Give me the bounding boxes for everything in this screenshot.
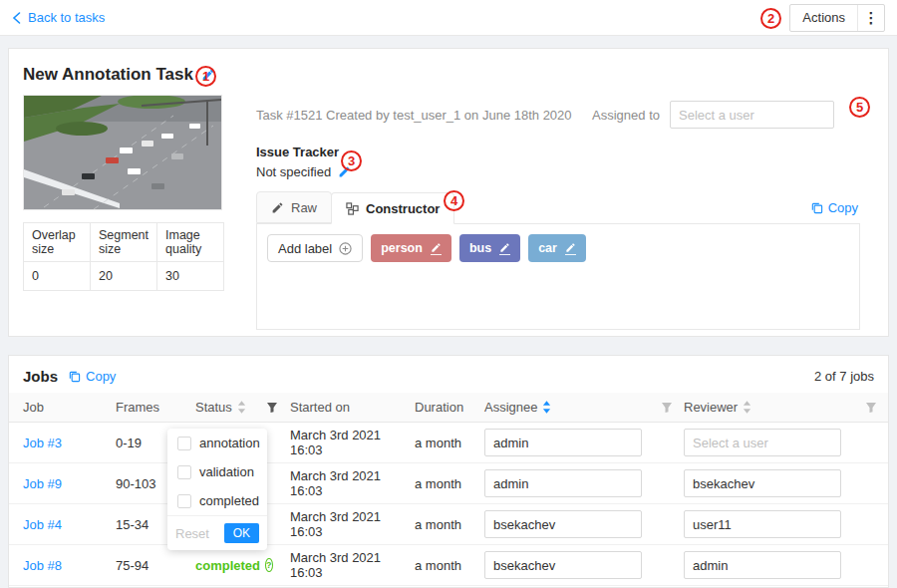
- edit-label-icon[interactable]: [431, 242, 442, 255]
- duration-cell: a month: [415, 476, 484, 491]
- frames-cell: 75-94: [116, 558, 195, 573]
- table-row: Job #3 0-19 March 3rd 2021 16:03 a month: [9, 423, 888, 463]
- assignee-sort-icon[interactable]: [542, 401, 551, 414]
- task-assignee-input[interactable]: [670, 101, 834, 129]
- jobs-count: 2 of 7 jobs: [814, 369, 874, 384]
- constructor-blocks-icon: [346, 202, 359, 215]
- issue-tracker-value: Not specified: [256, 164, 331, 179]
- jobs-title: Jobs: [23, 368, 58, 385]
- filter-option-validation[interactable]: validation: [167, 457, 267, 486]
- checkbox-icon[interactable]: [177, 437, 191, 450]
- status-filter-dropdown: annotation validation completed Reset OK: [167, 429, 267, 550]
- labels-tabs: Raw Constructor Copy: [256, 191, 860, 224]
- actions-button-label: Actions: [790, 10, 857, 25]
- col-status: Status: [195, 400, 232, 415]
- tab-constructor[interactable]: Constructor: [331, 192, 454, 224]
- callout-3: 3: [341, 150, 362, 171]
- copy-labels-link[interactable]: Copy: [810, 200, 860, 215]
- col-started-on: Started on: [290, 400, 415, 415]
- job-link[interactable]: Job #3: [23, 436, 116, 450]
- reviewer-filter-icon[interactable]: [865, 402, 888, 414]
- filter-option-label: validation: [199, 464, 254, 479]
- label-name: car: [538, 241, 557, 255]
- task-params-table: Overlap size Segment size Image quality …: [23, 222, 224, 291]
- param-header-overlap: Overlap size: [24, 223, 91, 262]
- param-value-overlap: 0: [24, 262, 91, 291]
- param-header-segment: Segment size: [91, 223, 157, 262]
- assignee-input[interactable]: [484, 469, 642, 497]
- filter-option-label: annotation: [199, 436, 260, 450]
- back-to-tasks-link[interactable]: Back to tasks: [12, 10, 105, 25]
- filter-option-completed[interactable]: completed: [167, 486, 267, 515]
- jobs-table-header: Job Frames Status Started on Duration As…: [9, 393, 888, 423]
- callout-1: 1: [195, 66, 216, 87]
- label-name: bus: [469, 241, 491, 255]
- copy-jobs-label: Copy: [86, 369, 116, 384]
- chevron-left-icon: [12, 12, 21, 24]
- plus-circle-icon: [339, 242, 352, 255]
- filter-ok-button[interactable]: OK: [224, 523, 259, 543]
- copy-jobs-link[interactable]: Copy: [68, 369, 118, 384]
- task-meta-text: Task #1521 Created by test_user_1 on Jun…: [256, 108, 572, 123]
- duration-cell: a month: [415, 558, 484, 573]
- status-cell: completed: [195, 558, 260, 573]
- table-row: Job #4 15-34 March 3rd 2021 16:03 a mont…: [9, 504, 888, 545]
- table-row: Job #8 75-94 completed ? March 3rd 2021 …: [9, 545, 888, 586]
- copy-icon: [810, 201, 823, 214]
- job-link[interactable]: Job #4: [23, 517, 116, 532]
- question-circle-icon[interactable]: ?: [265, 558, 273, 572]
- col-duration: Duration: [415, 400, 484, 415]
- job-link[interactable]: Job #9: [23, 476, 116, 491]
- actions-button[interactable]: Actions ⋮: [789, 4, 885, 32]
- col-frames: Frames: [116, 400, 195, 415]
- reviewer-input[interactable]: [684, 429, 841, 456]
- callout-2: 2: [760, 8, 781, 29]
- checkbox-icon[interactable]: [177, 465, 191, 479]
- labels-constructor-panel: Add label person bus car: [256, 224, 860, 330]
- callout-5: 5: [849, 97, 870, 118]
- reviewer-input[interactable]: [684, 469, 841, 497]
- tab-raw[interactable]: Raw: [256, 191, 332, 223]
- param-header-quality: Image quality: [157, 223, 224, 262]
- job-link[interactable]: Job #8: [23, 558, 116, 573]
- label-badge-car[interactable]: car: [528, 234, 586, 262]
- label-name: person: [381, 241, 423, 255]
- col-reviewer: Reviewer: [684, 400, 738, 415]
- filter-option-annotation[interactable]: annotation: [167, 429, 267, 457]
- vertical-ellipsis-icon: ⋮: [858, 9, 884, 27]
- label-badge-person[interactable]: person: [371, 234, 451, 262]
- label-badge-bus[interactable]: bus: [459, 234, 520, 262]
- filter-reset-button[interactable]: Reset: [175, 526, 209, 541]
- started-cell: March 3rd 2021 16:03: [290, 428, 415, 457]
- add-label-text: Add label: [278, 241, 332, 256]
- param-value-segment: 20: [91, 262, 157, 291]
- assignee-input[interactable]: [484, 429, 642, 456]
- copy-icon: [68, 370, 81, 383]
- tab-raw-label: Raw: [291, 200, 317, 215]
- status-sort-icon[interactable]: [237, 401, 246, 414]
- reviewer-sort-icon[interactable]: [743, 401, 751, 414]
- pencil-icon: [271, 201, 284, 214]
- edit-label-icon[interactable]: [499, 242, 510, 255]
- started-cell: March 3rd 2021 16:03: [290, 509, 415, 539]
- filter-option-label: completed: [199, 493, 259, 508]
- assignee-input[interactable]: [484, 551, 642, 579]
- status-filter-icon[interactable]: [266, 402, 290, 414]
- param-value-quality: 30: [157, 262, 224, 291]
- task-title: New Annotation Task: [23, 65, 193, 85]
- table-row: Job #9 90-103 March 3rd 2021 16:03 a mon…: [9, 463, 888, 504]
- assignee-filter-icon[interactable]: [661, 402, 684, 414]
- task-preview-image: [23, 95, 222, 210]
- checkbox-icon[interactable]: [177, 494, 191, 508]
- edit-label-icon[interactable]: [565, 242, 576, 255]
- col-assignee: Assignee: [484, 400, 537, 415]
- duration-cell: a month: [415, 517, 484, 532]
- tab-constructor-label: Constructor: [366, 201, 440, 216]
- add-label-button[interactable]: Add label: [267, 234, 363, 262]
- back-to-tasks-label: Back to tasks: [28, 10, 105, 25]
- assignee-input[interactable]: [484, 510, 642, 538]
- reviewer-input[interactable]: [684, 551, 841, 579]
- copy-labels-label: Copy: [828, 200, 858, 215]
- reviewer-input[interactable]: [684, 510, 841, 538]
- col-job: Job: [23, 400, 116, 415]
